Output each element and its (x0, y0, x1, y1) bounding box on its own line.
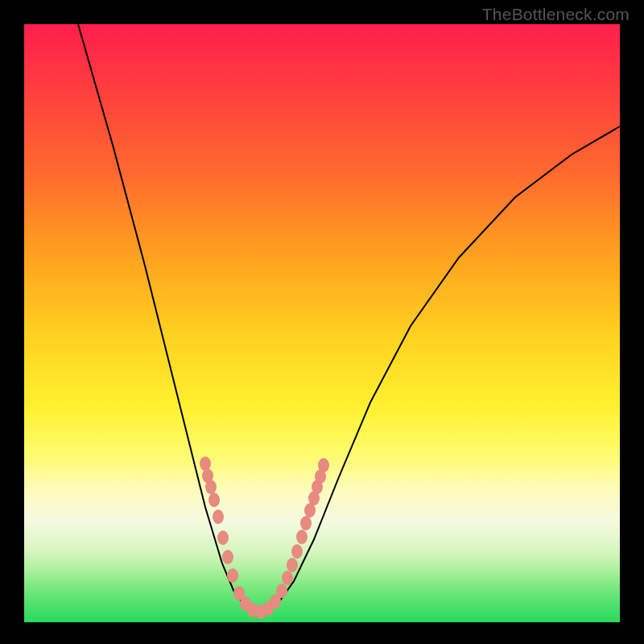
curve-marker (205, 480, 217, 494)
chart-area (24, 24, 620, 622)
curve-marker (296, 530, 308, 544)
curve-marker (227, 568, 238, 583)
curve-markers (200, 456, 329, 619)
curve-marker (217, 530, 229, 545)
curve-marker (200, 456, 211, 471)
watermark-text: TheBottleneck.com (482, 5, 630, 24)
curve-marker (287, 558, 298, 572)
bottleneck-curve-svg (24, 24, 620, 622)
curve-marker (318, 458, 329, 473)
curve-marker (222, 550, 233, 564)
curve-marker (213, 510, 224, 524)
curve-marker (282, 571, 293, 585)
curve-marker (276, 584, 287, 598)
bottleneck-curve (78, 24, 620, 613)
curve-marker (300, 516, 312, 530)
curve-marker (208, 493, 220, 507)
curve-marker (291, 544, 303, 559)
